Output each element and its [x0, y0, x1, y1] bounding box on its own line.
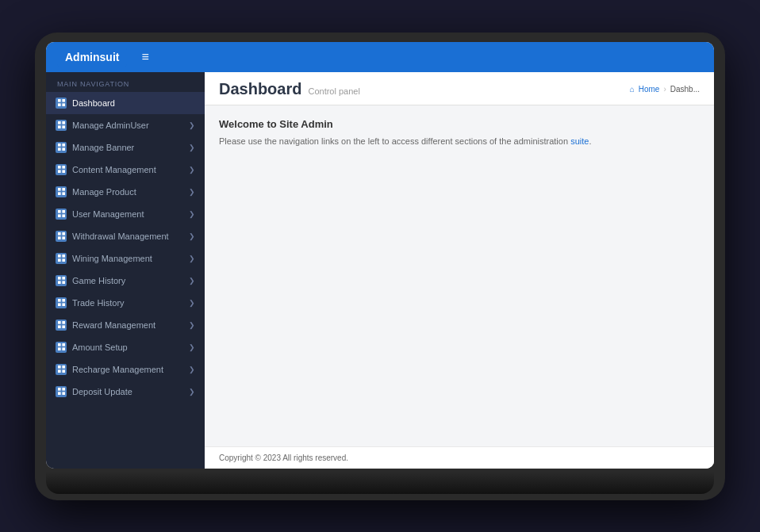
grid-icon [56, 386, 67, 397]
sidebar-item-left: Wining Management [56, 253, 152, 264]
sidebar-item-reward-management[interactable]: Reward Management ❯ [46, 314, 205, 336]
svg-rect-10 [58, 147, 61, 151]
svg-rect-24 [58, 232, 61, 235]
sidebar-item-amount-setup[interactable]: Amount Setup ❯ [46, 336, 205, 358]
sidebar-item-trade-history[interactable]: Trade History ❯ [46, 292, 205, 314]
breadcrumb-home[interactable]: Home [639, 85, 660, 94]
svg-rect-20 [58, 210, 61, 213]
sidebar-item-recharge-management[interactable]: Recharge Management ❯ [46, 358, 205, 381]
breadcrumb-separator: › [663, 85, 666, 94]
grid-icon [56, 275, 67, 286]
svg-rect-3 [62, 103, 65, 106]
admin-suite-link[interactable]: suite [570, 136, 589, 146]
svg-rect-49 [62, 366, 65, 369]
sidebar-item-label: Manage AdminUser [72, 121, 149, 130]
chevron-right-icon: ❯ [189, 366, 195, 373]
sidebar-item-dashboard[interactable]: Dashboard [46, 92, 205, 114]
content-area: Dashboard Control panel ⌂ Home › Dashb..… [205, 72, 714, 469]
svg-rect-28 [58, 255, 61, 258]
svg-rect-11 [62, 147, 65, 151]
svg-rect-15 [62, 170, 65, 173]
svg-rect-2 [58, 103, 61, 106]
tablet-frame: Adminsuit ≡ MAIN NAVIGATION Dashboard [35, 33, 725, 500]
svg-rect-47 [62, 347, 65, 350]
breadcrumb: ⌂ Home › Dashb... [630, 85, 700, 94]
svg-rect-12 [58, 166, 61, 169]
sidebar-item-manage-admin-user[interactable]: Manage AdminUser ❯ [46, 114, 205, 136]
svg-rect-42 [58, 325, 61, 328]
sidebar-item-left: Deposit Update [56, 386, 132, 397]
chevron-right-icon: ❯ [189, 166, 195, 174]
svg-rect-23 [62, 214, 65, 217]
sidebar-item-label: Recharge Management [72, 365, 163, 374]
grid-icon [56, 253, 67, 264]
chevron-right-icon: ❯ [189, 299, 195, 307]
sidebar-item-left: Dashboard [56, 98, 115, 109]
hamburger-icon[interactable]: ≡ [141, 50, 148, 64]
sidebar-item-left: Content Management [56, 164, 156, 175]
svg-rect-30 [58, 258, 61, 262]
sidebar-item-label: Reward Management [72, 320, 155, 330]
page-title: Dashboard [219, 80, 301, 98]
home-icon: ⌂ [630, 85, 635, 94]
grid-icon [56, 120, 67, 131]
svg-rect-52 [58, 388, 61, 391]
sidebar-item-withdrawal-management[interactable]: Withdrawal Management ❯ [46, 225, 205, 247]
sidebar-item-label: Dashboard [72, 98, 115, 108]
sidebar-item-content-management[interactable]: Content Management ❯ [46, 159, 205, 181]
svg-rect-5 [62, 121, 65, 124]
svg-rect-53 [62, 388, 65, 391]
sidebar-item-left: Game History [56, 275, 125, 286]
sidebar-item-wining-management[interactable]: Wining Management ❯ [46, 247, 205, 270]
sidebar-item-left: Trade History [56, 297, 125, 308]
svg-rect-44 [58, 343, 61, 346]
svg-rect-37 [62, 299, 65, 302]
sidebar: MAIN NAVIGATION Dashboard Manage AdminUs… [46, 72, 205, 469]
main-layout: MAIN NAVIGATION Dashboard Manage AdminUs… [46, 72, 714, 469]
sidebar-item-user-management[interactable]: User Management ❯ [46, 203, 205, 225]
content-header: Dashboard Control panel ⌂ Home › Dashb..… [205, 72, 714, 105]
chevron-right-icon: ❯ [189, 210, 195, 218]
svg-rect-26 [58, 236, 61, 239]
grid-icon [56, 98, 67, 109]
svg-rect-34 [58, 281, 61, 284]
page-subtitle: Control panel [308, 86, 359, 96]
page-title-row: Dashboard Control panel [219, 80, 360, 98]
svg-rect-14 [58, 170, 61, 173]
svg-rect-9 [62, 144, 65, 147]
svg-rect-13 [62, 166, 65, 169]
welcome-text-after: . [589, 136, 591, 146]
grid-icon [56, 297, 67, 308]
sidebar-item-left: Amount Setup [56, 342, 128, 353]
chevron-right-icon: ❯ [189, 144, 195, 151]
svg-rect-0 [58, 99, 61, 102]
svg-rect-48 [58, 366, 61, 369]
grid-icon [56, 142, 67, 153]
chevron-right-icon: ❯ [189, 277, 195, 285]
svg-rect-43 [62, 325, 65, 328]
sidebar-item-deposit-update[interactable]: Deposit Update ❯ [46, 381, 205, 403]
sidebar-item-label: Amount Setup [72, 343, 128, 352]
svg-rect-8 [58, 144, 61, 147]
sidebar-item-game-history[interactable]: Game History ❯ [46, 270, 205, 292]
grid-icon [56, 186, 67, 197]
content-footer: Copyright © 2023 All rights reserved. [205, 446, 714, 469]
sidebar-item-manage-banner[interactable]: Manage Banner ❯ [46, 136, 205, 159]
svg-rect-32 [58, 277, 61, 280]
svg-rect-54 [58, 392, 61, 395]
welcome-text: Please use the navigation links on the l… [219, 135, 700, 149]
chevron-right-icon: ❯ [189, 232, 195, 240]
svg-rect-33 [62, 277, 65, 280]
svg-rect-45 [62, 343, 65, 346]
copyright-text: Copyright © 2023 All rights reserved. [219, 454, 348, 462]
svg-rect-36 [58, 299, 61, 302]
sidebar-item-label: Deposit Update [72, 387, 132, 396]
chevron-right-icon: ❯ [189, 321, 195, 329]
sidebar-item-left: Recharge Management [56, 364, 163, 375]
svg-rect-29 [62, 255, 65, 258]
sidebar-item-left: User Management [56, 209, 144, 220]
welcome-text-before: Please use the navigation links on the l… [219, 136, 570, 146]
grid-icon [56, 209, 67, 220]
sidebar-item-label: Manage Product [72, 187, 136, 197]
sidebar-item-manage-product[interactable]: Manage Product ❯ [46, 181, 205, 203]
